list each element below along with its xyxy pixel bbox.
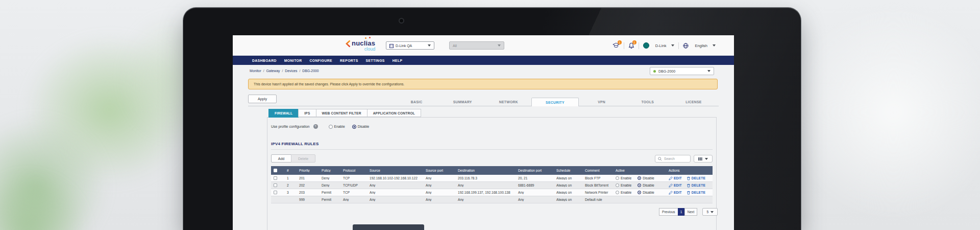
nav-item-help[interactable]: HELP xyxy=(393,59,403,62)
chevron-down-icon[interactable] xyxy=(713,44,716,47)
main-tabs: BASICSUMMARYNETWORKSECURITYVPNTOOLSLICEN… xyxy=(394,98,717,106)
nav-item-monitor[interactable]: MONITOR xyxy=(284,59,302,62)
partial-bottom-element xyxy=(353,224,424,230)
nav-item-settings[interactable]: SETTINGS xyxy=(366,59,385,62)
enable-radio[interactable] xyxy=(616,176,619,180)
notifications-menu[interactable]: 1 xyxy=(628,42,634,49)
disable-radio[interactable] xyxy=(638,176,641,180)
cell-schedule: Always on xyxy=(554,191,582,194)
grid-columns-icon xyxy=(698,157,702,161)
radio-label: Disable xyxy=(643,183,654,187)
cell-actions: EDITDELETE xyxy=(666,183,713,188)
column-settings-button[interactable] xyxy=(694,155,713,163)
firewall-rules-table: #PriorityPolicyProtocolSourceSource port… xyxy=(271,166,713,203)
cell-source: Any xyxy=(367,183,423,187)
column-header-policy: Policy xyxy=(319,169,340,172)
webcam-dot xyxy=(400,19,403,22)
cell-source: Any xyxy=(367,198,423,201)
profile-option-disable[interactable]: Disable xyxy=(352,125,370,129)
tab-summary[interactable]: SUMMARY xyxy=(439,98,485,106)
row-checkbox[interactable] xyxy=(274,176,277,180)
tab-license[interactable]: LICENSE xyxy=(671,98,717,106)
delete-button[interactable]: Delete xyxy=(291,154,315,163)
radio-label: Enable xyxy=(621,191,631,194)
edit-button[interactable]: EDIT xyxy=(669,191,682,195)
user-avatar[interactable] xyxy=(643,42,649,49)
row-checkbox[interactable] xyxy=(274,191,277,194)
cell-source-port: Any xyxy=(423,176,455,180)
column-header-active: Active xyxy=(613,169,666,172)
enable-radio[interactable] xyxy=(616,191,619,194)
pencil-icon xyxy=(669,191,673,195)
tab-tools[interactable]: TOOLS xyxy=(625,98,671,106)
breadcrumb-item-monitor[interactable]: Monitor xyxy=(250,69,261,73)
subtab-ips[interactable]: IPS xyxy=(298,109,316,117)
nav-item-configure[interactable]: CONFIGURE xyxy=(310,59,332,62)
row-active-option-disable[interactable]: Disable xyxy=(638,183,654,187)
disable-radio[interactable] xyxy=(638,183,641,187)
edit-button[interactable]: EDIT xyxy=(669,176,682,180)
breadcrumb-item-gateway[interactable]: Gateway xyxy=(266,69,280,73)
disable-radio[interactable] xyxy=(352,125,356,129)
trash-icon xyxy=(687,176,691,180)
logo-dot xyxy=(365,37,366,39)
subtab-firewall[interactable]: FIREWALL xyxy=(268,109,299,118)
column-header-: # xyxy=(284,169,297,172)
divider xyxy=(624,42,624,49)
subtab-web-content-filter[interactable]: WEB CONTENT FILTER xyxy=(316,109,368,117)
cell-policy: Deny xyxy=(319,176,340,180)
radio-label: Enable xyxy=(334,125,345,128)
logo-chevron-icon xyxy=(346,40,351,48)
enable-radio[interactable] xyxy=(616,183,619,187)
nav-item-dashboard[interactable]: DASHBOARD xyxy=(252,59,277,62)
search-input[interactable]: Search xyxy=(655,155,691,163)
row-select-cell xyxy=(271,176,284,180)
column-header-protocol: Protocol xyxy=(340,169,367,172)
disable-radio[interactable] xyxy=(638,191,641,194)
row-active-option-disable[interactable]: Disable xyxy=(638,176,654,180)
breadcrumb-item-devices[interactable]: Devices xyxy=(285,69,297,73)
cell-comment: Block FTP xyxy=(582,176,613,180)
row-active-option-enable[interactable]: Enable xyxy=(616,176,631,180)
delete-button[interactable]: DELETE xyxy=(687,183,705,188)
profile-option-enable[interactable]: Enable xyxy=(329,125,345,129)
delete-label: DELETE xyxy=(692,176,705,180)
certification-menu[interactable]: 1 xyxy=(612,42,620,49)
tab-network[interactable]: NETWORK xyxy=(485,98,531,106)
tab-security[interactable]: SECURITY xyxy=(531,98,578,106)
add-button[interactable]: Add xyxy=(271,154,291,163)
current-page-button[interactable]: 1 xyxy=(678,208,685,216)
column-header-schedule: Schedule xyxy=(554,169,582,172)
row-active-option-disable[interactable]: Disable xyxy=(638,191,654,194)
select-all-checkbox[interactable] xyxy=(274,169,277,172)
nav-item-reports[interactable]: REPORTS xyxy=(340,59,358,62)
subtab-application-control[interactable]: APPLICATION CONTROL xyxy=(367,109,421,117)
site-selector[interactable]: All xyxy=(449,41,504,50)
apply-button[interactable]: Apply xyxy=(248,95,277,103)
organization-selector[interactable]: D-Link QA xyxy=(386,41,434,50)
previous-page-button[interactable]: Previous xyxy=(659,208,678,216)
chevron-down-icon[interactable] xyxy=(671,44,674,47)
tab-vpn[interactable]: VPN xyxy=(579,98,625,106)
cell-num: 2 xyxy=(284,183,297,187)
user-menu-label[interactable]: D-Link xyxy=(655,43,667,48)
row-active-option-enable[interactable]: Enable xyxy=(616,191,631,194)
section-title: IPV4 FIREWALL RULES xyxy=(271,142,318,146)
row-checkbox[interactable] xyxy=(274,183,277,187)
device-selector[interactable]: DBG-2000 xyxy=(650,67,714,75)
row-active-option-enable[interactable]: Enable xyxy=(616,183,631,187)
language-menu-label[interactable]: English xyxy=(695,43,707,48)
edit-button[interactable]: EDIT xyxy=(669,183,682,188)
delete-button[interactable]: DELETE xyxy=(687,176,705,180)
table-row: 999PermitAnyAnyAnyAnyAnyAlways onDefault… xyxy=(271,196,713,203)
notifications-badge: 1 xyxy=(632,40,636,44)
delete-button[interactable]: DELETE xyxy=(687,191,705,195)
page-size-selector[interactable]: 5 xyxy=(702,208,718,216)
tab-basic[interactable]: BASIC xyxy=(394,98,439,106)
logo-sub-text: cloud xyxy=(352,47,375,52)
breadcrumb-item-dbg-2000[interactable]: DBG-2000 xyxy=(302,69,318,73)
nuclias-logo[interactable]: nuclias cloud xyxy=(346,39,375,52)
enable-radio[interactable] xyxy=(329,125,333,129)
help-icon[interactable]: ? xyxy=(313,124,318,129)
next-page-button[interactable]: Next xyxy=(684,208,698,216)
